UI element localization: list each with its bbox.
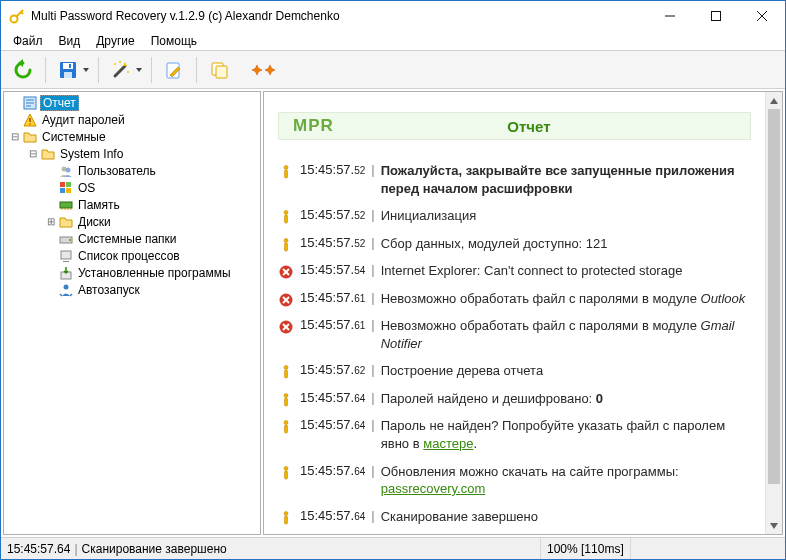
log-row: 15:45:57.64|Пароль не найден? Попробуйте… bbox=[278, 417, 751, 452]
scroll-thumb[interactable] bbox=[768, 109, 780, 484]
log-row: 15:45:57.64|Обновления можно скачать на … bbox=[278, 463, 751, 498]
svg-rect-21 bbox=[216, 66, 227, 78]
refresh-button[interactable] bbox=[9, 56, 37, 84]
save-dropdown[interactable] bbox=[82, 68, 90, 72]
report-body[interactable]: MPR Отчет 15:45:57.52|Пожалуйста, закрыв… bbox=[264, 92, 765, 534]
minimize-button[interactable] bbox=[647, 1, 693, 31]
svg-point-67 bbox=[284, 421, 288, 425]
tree-item-disks[interactable]: ⊞ Диски bbox=[4, 213, 260, 230]
log-row: 15:45:57.54|Internet Explorer: Can't con… bbox=[278, 262, 751, 280]
svg-rect-10 bbox=[64, 72, 72, 78]
log-message: Построение дерева отчета bbox=[381, 362, 751, 380]
save-button[interactable] bbox=[54, 56, 82, 84]
tree-item-os[interactable]: OS bbox=[4, 179, 260, 196]
toolbar-separator bbox=[151, 57, 152, 83]
folder-icon bbox=[58, 214, 74, 230]
toolbar bbox=[1, 51, 785, 89]
process-icon bbox=[58, 248, 74, 264]
svg-rect-64 bbox=[285, 370, 288, 378]
scrollbar[interactable] bbox=[765, 92, 782, 534]
svg-point-41 bbox=[69, 239, 71, 241]
tree-panel[interactable]: Отчет Аудит паролей ⊟ Системные ⊟ System… bbox=[3, 91, 261, 535]
svg-point-48 bbox=[284, 166, 288, 170]
tree-item-processes[interactable]: Список процессов bbox=[4, 247, 260, 264]
menubar: Файл Вид Другие Помощь bbox=[1, 31, 785, 51]
svg-point-63 bbox=[284, 366, 288, 370]
log-row: 15:45:57.61|Невозможно обработать файл с… bbox=[278, 290, 751, 308]
star-icon bbox=[251, 64, 263, 76]
tree-item-sysinfo[interactable]: ⊟ System Info bbox=[4, 145, 260, 162]
tree-item-sysfolders[interactable]: Системные папки bbox=[4, 230, 260, 247]
info-icon bbox=[278, 465, 294, 481]
log-timestamp: 15:45:57.64 bbox=[300, 417, 365, 432]
wizard-dropdown[interactable] bbox=[135, 68, 143, 72]
svg-point-28 bbox=[29, 123, 31, 125]
tree-item-system[interactable]: ⊟ Системные bbox=[4, 128, 260, 145]
log-timestamp: 15:45:57.64 bbox=[300, 463, 365, 478]
tree-item-audit[interactable]: Аудит паролей bbox=[4, 111, 260, 128]
maximize-button[interactable] bbox=[693, 1, 739, 31]
tree-item-installed[interactable]: Установленные программы bbox=[4, 264, 260, 281]
log-row: 15:45:57.61|Невозможно обработать файл с… bbox=[278, 317, 751, 352]
info-icon bbox=[278, 510, 294, 526]
windows-icon bbox=[58, 180, 74, 196]
users-icon bbox=[58, 163, 74, 179]
warning-icon bbox=[22, 112, 38, 128]
mpr-logo: MPR bbox=[279, 116, 348, 136]
tree-collapse-icon[interactable]: ⊟ bbox=[26, 148, 40, 159]
autorun-icon bbox=[58, 282, 74, 298]
tree-item-user[interactable]: Пользователь bbox=[4, 162, 260, 179]
status-text: Сканирование завершено bbox=[82, 542, 227, 556]
log-row: 15:45:57.64|Сканирование завершено bbox=[278, 508, 751, 526]
menu-view[interactable]: Вид bbox=[51, 32, 89, 50]
log-message: Невозможно обработать файл с паролями в … bbox=[381, 290, 751, 308]
svg-rect-4 bbox=[712, 12, 721, 21]
report-icon bbox=[22, 95, 38, 111]
log-row: 15:45:57.52|Сбор данных, модулей доступн… bbox=[278, 235, 751, 253]
svg-rect-9 bbox=[63, 63, 73, 69]
info-icon bbox=[278, 209, 294, 225]
tree-item-autorun[interactable]: Автозапуск bbox=[4, 281, 260, 298]
titlebar: Multi Password Recovery v.1.2.9 (c) Alex… bbox=[1, 1, 785, 31]
svg-point-0 bbox=[11, 16, 18, 23]
svg-point-30 bbox=[66, 167, 71, 172]
scroll-up-button[interactable] bbox=[766, 92, 782, 109]
wizard-button[interactable] bbox=[107, 56, 135, 84]
toolbar-separator bbox=[45, 57, 46, 83]
installed-icon bbox=[58, 265, 74, 281]
log-row: 15:45:57.52|Пожалуйста, закрывайте все з… bbox=[278, 162, 751, 197]
tree-item-report[interactable]: Отчет bbox=[4, 94, 260, 111]
tree-item-memory[interactable]: Память bbox=[4, 196, 260, 213]
log-message: Инициализация bbox=[381, 207, 751, 225]
log-message: Internet Explorer: Can't connect to prot… bbox=[381, 262, 751, 280]
menu-other[interactable]: Другие bbox=[88, 32, 142, 50]
log-timestamp: 15:45:57.64 bbox=[300, 390, 365, 405]
log-message: Сбор данных, модулей доступно: 121 bbox=[381, 235, 751, 253]
log-row: 15:45:57.64|Паролей найдено и дешифрован… bbox=[278, 390, 751, 408]
close-button[interactable] bbox=[739, 1, 785, 31]
tree-collapse-icon[interactable]: ⊟ bbox=[8, 131, 22, 142]
log-timestamp: 15:45:57.52 bbox=[300, 235, 365, 250]
scroll-down-button[interactable] bbox=[766, 517, 782, 534]
svg-rect-66 bbox=[285, 398, 288, 406]
log-timestamp: 15:45:57.64 bbox=[300, 508, 365, 523]
copy-button[interactable] bbox=[205, 56, 233, 84]
report-panel: MPR Отчет 15:45:57.52|Пожалуйста, закрыв… bbox=[263, 91, 783, 535]
menu-help[interactable]: Помощь bbox=[143, 32, 205, 50]
status-right: 100% [110ms] bbox=[541, 538, 631, 559]
log-timestamp: 15:45:57.62 bbox=[300, 362, 365, 377]
scroll-track[interactable] bbox=[766, 109, 782, 517]
menu-file[interactable]: Файл bbox=[5, 32, 51, 50]
log-timestamp: 15:45:57.61 bbox=[300, 290, 365, 305]
svg-rect-35 bbox=[60, 202, 72, 208]
svg-point-71 bbox=[284, 511, 288, 515]
edit-button[interactable] bbox=[160, 56, 188, 84]
svg-rect-31 bbox=[60, 182, 65, 187]
folder-open-icon bbox=[40, 146, 56, 162]
svg-point-17 bbox=[119, 61, 121, 63]
tree-expand-icon[interactable]: ⊞ bbox=[44, 216, 58, 227]
error-icon bbox=[278, 319, 294, 335]
svg-rect-11 bbox=[69, 64, 71, 68]
svg-point-15 bbox=[114, 63, 116, 65]
info-icon bbox=[278, 164, 294, 180]
